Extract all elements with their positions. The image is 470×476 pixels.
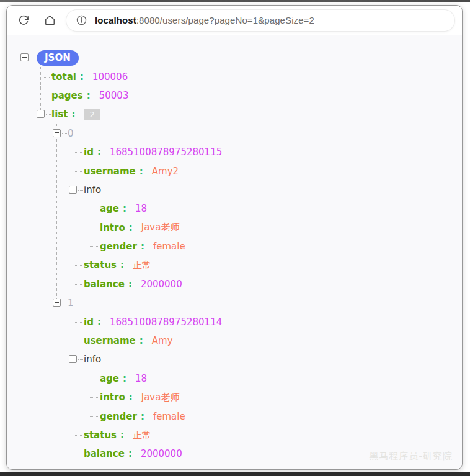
- colon: :: [129, 222, 133, 233]
- json-value: female: [153, 411, 185, 422]
- screen: localhost:8080/users/page?pageNo=1&pageS…: [0, 0, 470, 476]
- top-edge-strip: [0, 0, 470, 2]
- colon: :: [128, 279, 132, 290]
- colon: :: [140, 335, 143, 346]
- json-key: status: [84, 429, 117, 441]
- tree-leaf-connector: [68, 256, 84, 274]
- json-value: Amy2: [152, 166, 179, 177]
- json-value: 1685100878975280114: [110, 317, 222, 328]
- json-key: list: [51, 109, 68, 120]
- tree-leaf-connector: [68, 444, 84, 463]
- collapse-toggle[interactable]: [69, 186, 77, 194]
- json-key: gender: [100, 241, 137, 252]
- colon: :: [140, 166, 143, 177]
- json-root-pill: JSON: [37, 50, 79, 66]
- tree-row: total:100006: [35, 67, 462, 86]
- tree-node-status: status:正常: [68, 426, 462, 444]
- tree-row: age:18: [84, 199, 462, 218]
- tree-row: id:1685100878975280115: [68, 143, 462, 161]
- tree-leaf-connector: [84, 199, 100, 218]
- tree-row: username:Amy2: [68, 161, 462, 180]
- tree-leaf-connector: [35, 67, 51, 86]
- collapse-toggle[interactable]: [53, 299, 61, 307]
- colon: :: [120, 259, 124, 271]
- tree-node-age: age:18: [84, 199, 462, 218]
- url-path: :8080/users/page?pageNo=1&pageSize=2: [136, 15, 314, 25]
- tree-branch: [68, 350, 84, 369]
- json-key: 1: [68, 297, 74, 308]
- tree-node-JSON: JSONtotal:100006pages:50003list:20id:168…: [19, 48, 462, 464]
- browser-window: localhost:8080/users/page?pageNo=1&pageS…: [6, 5, 463, 470]
- json-viewer: JSONtotal:100006pages:50003list:20id:168…: [7, 35, 462, 469]
- tree-node-id: id:1685100878975280115: [68, 143, 462, 161]
- json-value: 18: [135, 373, 147, 384]
- info-icon[interactable]: [76, 15, 87, 25]
- json-key: 0: [68, 128, 74, 139]
- json-key: total: [51, 71, 76, 83]
- json-value: 18: [135, 203, 147, 214]
- tree-row: gender:female: [84, 237, 462, 256]
- tree-leaf-connector: [68, 275, 84, 294]
- tree-node-info: infoage:18intro:Java老师gender:female: [68, 181, 462, 256]
- json-value: 1685100878975280115: [110, 146, 222, 158]
- json-key: balance: [84, 448, 125, 459]
- reload-button[interactable]: [13, 10, 34, 31]
- collapse-toggle[interactable]: [20, 53, 29, 61]
- tree-leaf-connector: [68, 331, 84, 350]
- collapse-toggle[interactable]: [37, 110, 45, 118]
- json-key: status: [84, 259, 117, 271]
- json-key: intro: [100, 222, 125, 233]
- colon: :: [97, 146, 101, 158]
- tree-children: age:18intro:Java老师gender:female: [84, 199, 462, 256]
- tree-node-intro: intro:Java老师: [84, 218, 462, 237]
- json-key: pages: [51, 90, 83, 101]
- tree-node-list: list:20id:1685100878975280115username:Am…: [35, 105, 462, 463]
- tree-branch: [51, 294, 68, 312]
- colon: :: [129, 392, 133, 403]
- collapse-toggle[interactable]: [69, 355, 77, 363]
- tree-branch: [19, 48, 35, 67]
- tree-leaf-connector: [84, 406, 100, 425]
- watermark: 黑马程序员-研究院: [370, 451, 453, 462]
- json-value: 100006: [92, 71, 128, 83]
- colon: :: [123, 203, 126, 214]
- tree-row: intro:Java老师: [84, 218, 462, 237]
- colon: :: [120, 429, 124, 441]
- json-key: username: [84, 166, 136, 177]
- home-button[interactable]: [39, 10, 60, 31]
- tree-row: info: [68, 181, 462, 199]
- tree-row: status:正常: [68, 256, 462, 274]
- json-key: age: [100, 203, 119, 214]
- array-count-badge: 2: [84, 109, 100, 120]
- json-key: age: [100, 373, 119, 384]
- tree-branch: [35, 105, 51, 123]
- bottom-edge-strip: [0, 472, 470, 476]
- tree-leaf-connector: [35, 86, 51, 105]
- browser-toolbar: localhost:8080/users/page?pageNo=1&pageS…: [7, 6, 462, 35]
- tree-leaf-connector: [84, 218, 100, 237]
- json-value: 正常: [133, 429, 151, 441]
- tree-leaf-connector: [68, 161, 84, 180]
- tree-row: status:正常: [68, 426, 462, 444]
- url-host: localhost: [95, 15, 136, 25]
- tree-leaf-connector: [84, 369, 100, 388]
- tree-branch: [51, 124, 68, 143]
- json-value: Amy: [152, 335, 173, 346]
- colon: :: [141, 241, 144, 252]
- tree-node-status: status:正常: [68, 256, 462, 274]
- json-value: 50003: [99, 90, 129, 101]
- collapse-toggle[interactable]: [53, 129, 61, 137]
- tree-children: 0id:1685100878975280115username:Amy2info…: [51, 124, 462, 464]
- json-value: 2000000: [141, 448, 182, 459]
- tree-node-age: age:18: [84, 369, 462, 388]
- json-value: 正常: [133, 259, 151, 271]
- tree-node-gender: gender:female: [84, 406, 462, 425]
- address-bar[interactable]: localhost:8080/users/page?pageNo=1&pageS…: [66, 10, 454, 31]
- tree-node-gender: gender:female: [84, 237, 462, 256]
- tree-row: 1: [51, 294, 462, 312]
- json-value: 2000000: [141, 279, 182, 290]
- tree-node-total: total:100006: [35, 67, 462, 86]
- tree-leaf-connector: [68, 143, 84, 161]
- tree-leaf-connector: [68, 312, 84, 331]
- tree-row: gender:female: [84, 406, 462, 425]
